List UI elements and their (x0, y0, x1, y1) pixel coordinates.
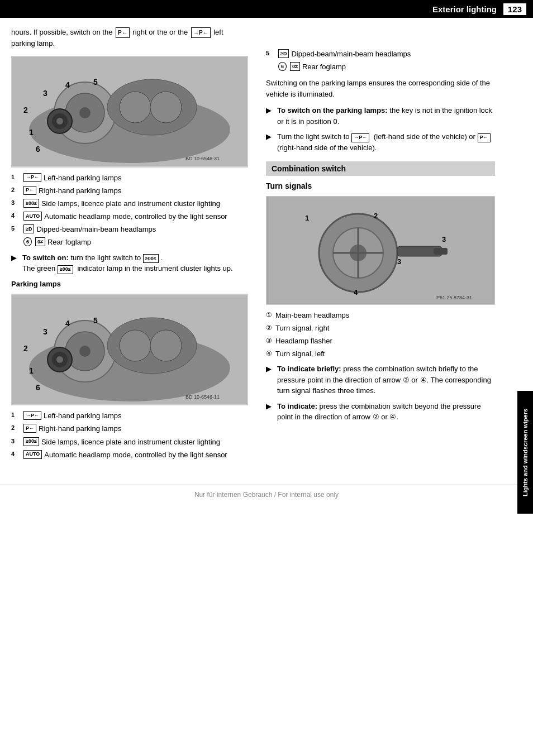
list-item: ③ Headlamp flasher (266, 336, 495, 346)
svg-text:BD 10-6546-31: BD 10-6546-31 (185, 156, 220, 161)
svg-text:6: 6 (36, 145, 40, 154)
list-item: ④ Turn signal, left (266, 349, 495, 359)
svg-text:6: 6 (36, 383, 40, 392)
main-content: hours. If possible, switch on the P← rig… (0, 18, 533, 473)
list-item: 5 ≥D Dipped-beam/main-beam headlamps (11, 224, 248, 235)
right-item-list-top: 5 ≥D Dipped-beam/main-beam headlamps 6 0… (266, 49, 495, 72)
svg-text:BD 10-6546-11: BD 10-6546-11 (185, 394, 220, 400)
svg-text:2: 2 (23, 106, 28, 114)
side-tab: Lights and windscreen wipers (517, 391, 533, 514)
header-page: 123 (503, 3, 526, 15)
svg-text:5: 5 (93, 316, 98, 325)
svg-rect-43 (434, 248, 448, 255)
svg-text:3: 3 (397, 257, 401, 266)
svg-point-25 (56, 356, 63, 363)
switching-text: Switching on the parking lamps ensures t… (266, 78, 495, 99)
svg-text:1: 1 (305, 214, 309, 222)
list-item: 6 0≠ Rear foglamp (266, 62, 495, 72)
action-indicate: ▶ To indicate: press the combination swi… (266, 401, 495, 423)
svg-point-10 (150, 92, 182, 123)
turn-signals-heading: Turn signals (266, 181, 495, 190)
svg-text:2: 2 (23, 344, 28, 353)
header-bar: Exterior lighting 123 (0, 0, 533, 18)
svg-text:5: 5 (93, 78, 98, 87)
svg-text:4: 4 (65, 80, 70, 89)
turn-signals-list: ① Main-beam headlamps ② Turn signal, rig… (266, 310, 495, 360)
action-indicate-briefly-text: To indicate briefly: press the combinati… (277, 363, 495, 396)
svg-text:1: 1 (29, 128, 34, 137)
left-column: hours. If possible, switch on the P← rig… (0, 18, 257, 473)
svg-text:2: 2 (374, 212, 378, 220)
parking-lamps-heading: Parking lamps (11, 280, 248, 288)
action-switch-on-text: To switch on: turn the light switch to ≥… (22, 252, 233, 275)
intro-text1: hours. If possible, switch on the (11, 28, 112, 36)
watermark-text: Nur für internen Gebrauch / For internal… (194, 491, 339, 499)
action-turn-switch: ▶ Turn the light switch to →P← (left-han… (266, 131, 495, 153)
parking-diagram-svg: 4 3 2 1 5 6 BD 10-6546-11 (12, 295, 247, 404)
list-item: 3 ≥00≤ Side lamps, licence plate and ins… (11, 199, 248, 209)
turn-signals-diagram: 2 3 3 4 1 P51 25 8784-31 (266, 196, 495, 305)
svg-text:3: 3 (43, 89, 47, 98)
first-diagram-svg: 4 3 2 1 5 6 BD 10-6546-31 (12, 57, 247, 166)
parking-item-list: 1 →P← Left-hand parking lamps 2 P← Right… (11, 411, 248, 460)
svg-point-7 (56, 118, 63, 125)
combination-switch-heading: Combination switch (266, 161, 495, 176)
list-item: 4 AUTO Automatic headlamp mode, controll… (11, 212, 248, 222)
list-item: 1 →P← Left-hand parking lamps (11, 173, 248, 183)
action-switch-on: ▶ To switch on: turn the light switch to… (11, 252, 248, 275)
list-item: 3 ≥00≤ Side lamps, licence plate and ins… (11, 437, 248, 447)
svg-point-22 (79, 346, 91, 357)
svg-text:P51 25 8784-31: P51 25 8784-31 (436, 295, 472, 300)
intro-icon2: →P← (191, 27, 211, 38)
svg-point-27 (120, 330, 151, 361)
intro-text2: right or the (132, 28, 167, 36)
header-title: Exterior lighting (0, 4, 503, 14)
list-item: ② Turn signal, right (266, 323, 495, 333)
turn-signals-svg: 2 3 3 4 1 P51 25 8784-31 (269, 197, 492, 303)
side-tab-label: Lights and windscreen wipers (522, 408, 529, 496)
svg-text:3: 3 (43, 327, 47, 336)
svg-text:3: 3 (442, 235, 446, 243)
svg-text:1: 1 (29, 366, 34, 375)
first-diagram: 4 3 2 1 5 6 BD 10-6546-31 (11, 56, 248, 168)
parking-diagram: 4 3 2 1 5 6 BD 10-6546-11 (11, 294, 248, 405)
intro-paragraph: hours. If possible, switch on the P← rig… (11, 27, 248, 49)
list-item: 1 →P← Left-hand parking lamps (11, 411, 248, 421)
intro-icon1: P← (116, 27, 130, 38)
list-item: 2 P← Right-hand parking lamps (11, 424, 248, 434)
first-item-list: 1 →P← Left-hand parking lamps 2 P← Right… (11, 173, 248, 248)
action-turn-switch-text: Turn the light switch to →P← (left-hand … (277, 131, 495, 153)
list-item: 4 AUTO Automatic headlamp mode, controll… (11, 450, 248, 460)
svg-point-9 (120, 92, 151, 123)
watermark: Nur für internen Gebrauch / For internal… (0, 485, 533, 502)
svg-point-28 (150, 330, 182, 361)
list-item: 6 0≠ Rear foglamp (11, 237, 248, 247)
list-item: 5 ≥D Dipped-beam/main-beam headlamps (266, 49, 495, 59)
list-item: 2 P← Right-hand parking lamps (11, 186, 248, 196)
svg-point-4 (79, 107, 91, 118)
right-column: 5 ≥D Dipped-beam/main-beam headlamps 6 0… (257, 18, 517, 473)
action-parking-on: ▶ To switch on the parking lamps: the ke… (266, 105, 495, 127)
action-indicate-briefly: ▶ To indicate briefly: press the combina… (266, 363, 495, 396)
action-indicate-text: To indicate: press the combination switc… (277, 401, 495, 423)
list-item: ① Main-beam headlamps (266, 310, 495, 320)
svg-text:4: 4 (354, 288, 358, 296)
svg-text:4: 4 (65, 319, 70, 328)
action-parking-on-text: To switch on the parking lamps: the key … (277, 105, 495, 127)
